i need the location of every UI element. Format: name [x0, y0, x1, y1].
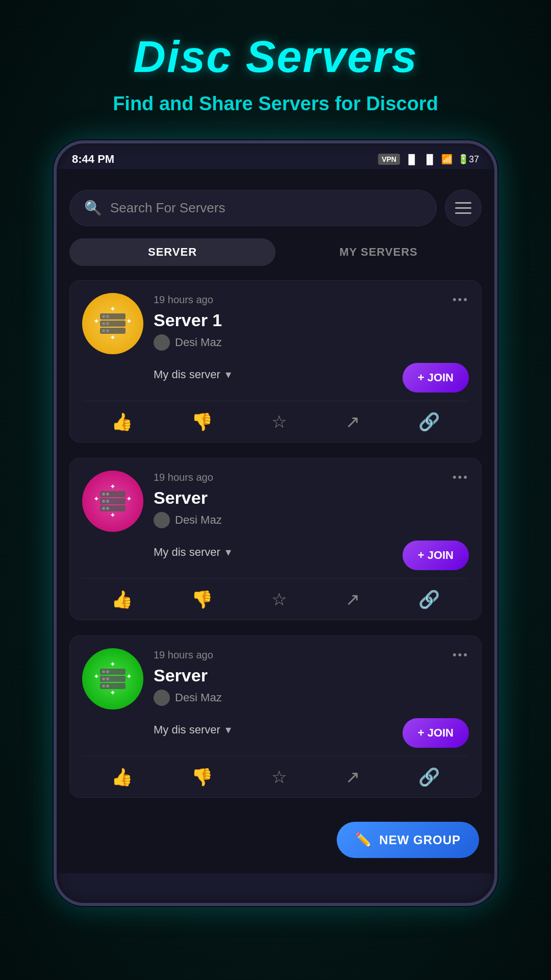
svg-point-8 — [106, 329, 109, 332]
server-name-3: Server — [154, 666, 469, 685]
card-info-3: 19 hours ago ••• Server Desi Maz My dis … — [154, 648, 469, 748]
server-name-2: Server — [154, 488, 469, 508]
card-author-2: Desi Maz — [154, 512, 469, 528]
menu-line-1 — [455, 202, 471, 204]
svg-point-17 — [106, 493, 109, 496]
status-bar: 8:44 PM VPN ▐▌ ▐▌ 📶 🔋37 — [57, 143, 494, 169]
card-actions-3: 👍 👎 ☆ ↗ 🔗 — [82, 756, 469, 797]
join-button-2[interactable]: + JOIN — [403, 541, 469, 570]
server-card-3: ✦ ✦ ✦ ✦ 19 hours ago ••• Server Desi Maz — [69, 635, 482, 798]
server-avatar-2: ✦ ✦ ✦ ✦ — [82, 471, 143, 532]
svg-text:✦: ✦ — [93, 495, 99, 503]
svg-point-3 — [102, 315, 105, 318]
card-top-1: ✦ ✦ ✦ ✦ 19 hours ago ••• Server 1 Desi M… — [82, 293, 469, 393]
svg-text:✦: ✦ — [110, 333, 116, 341]
svg-point-7 — [102, 329, 105, 332]
new-group-label: NEW GROUP — [379, 833, 461, 847]
thumbs-up-icon-2[interactable]: 👍 — [111, 589, 133, 609]
menu-button[interactable] — [445, 189, 482, 226]
svg-text:✦: ✦ — [93, 672, 99, 680]
author-name-3: Desi Maz — [175, 691, 222, 704]
menu-line-3 — [455, 212, 471, 214]
svg-text:✦: ✦ — [126, 317, 132, 325]
server-avatar-3: ✦ ✦ ✦ ✦ — [82, 648, 143, 709]
search-input-wrapper[interactable]: 🔍 Search For Servers — [69, 190, 437, 226]
svg-point-31 — [102, 677, 105, 680]
svg-point-34 — [106, 684, 109, 688]
svg-text:✦: ✦ — [110, 305, 116, 313]
vpn-badge: VPN — [378, 154, 400, 165]
card-dots-1[interactable]: ••• — [453, 293, 469, 306]
author-avatar-1 — [154, 334, 170, 351]
search-icon: 🔍 — [84, 200, 102, 216]
svg-point-32 — [106, 677, 109, 680]
server-card-2: ✦ ✦ ✦ ✦ 19 hours ago ••• Server Desi Maz — [69, 458, 482, 620]
status-time: 8:44 PM — [72, 153, 114, 166]
share-icon-1[interactable]: ↗ — [345, 411, 360, 432]
chevron-down-icon-1[interactable]: ▾ — [226, 368, 231, 381]
card-dots-2[interactable]: ••• — [453, 471, 469, 484]
svg-text:✦: ✦ — [126, 495, 132, 503]
svg-text:✦: ✦ — [110, 660, 116, 668]
card-actions-1: 👍 👎 ☆ ↗ 🔗 — [82, 401, 469, 442]
join-button-3[interactable]: + JOIN — [403, 718, 469, 748]
svg-point-18 — [102, 500, 105, 503]
thumbs-up-icon-1[interactable]: 👍 — [111, 411, 133, 432]
share-icon-2[interactable]: ↗ — [345, 589, 360, 609]
card-desc-row-1: My dis server ▾ — [154, 368, 231, 381]
link-icon-2[interactable]: 🔗 — [418, 589, 440, 609]
card-info-1: 19 hours ago ••• Server 1 Desi Maz My di… — [154, 293, 469, 393]
star-icon-1[interactable]: ☆ — [271, 411, 287, 432]
share-icon-3[interactable]: ↗ — [345, 767, 360, 787]
chevron-down-icon-3[interactable]: ▾ — [226, 723, 231, 737]
link-icon-1[interactable]: 🔗 — [418, 411, 440, 432]
join-button-1[interactable]: + JOIN — [403, 363, 469, 393]
svg-point-21 — [106, 507, 109, 510]
card-desc-2: My dis server — [154, 546, 220, 559]
new-group-button[interactable]: ✏️ NEW GROUP — [337, 822, 479, 858]
svg-point-5 — [102, 322, 105, 325]
thumbs-down-icon-3[interactable]: 👎 — [191, 767, 213, 787]
link-icon-3[interactable]: 🔗 — [418, 767, 440, 787]
thumbs-up-icon-3[interactable]: 👍 — [111, 767, 133, 787]
app-title: Disc Servers — [133, 31, 417, 83]
star-icon-3[interactable]: ☆ — [271, 767, 287, 787]
card-time-3: 19 hours ago — [154, 649, 213, 661]
star-icon-2[interactable]: ☆ — [271, 589, 287, 609]
search-placeholder: Search For Servers — [110, 200, 225, 216]
card-actions-2: 👍 👎 ☆ ↗ 🔗 — [82, 578, 469, 620]
svg-text:✦: ✦ — [93, 317, 99, 325]
card-top-3: ✦ ✦ ✦ ✦ 19 hours ago ••• Server Desi Maz — [82, 648, 469, 748]
card-time-2: 19 hours ago — [154, 472, 213, 483]
tab-my-servers[interactable]: MY SERVERS — [276, 238, 482, 266]
card-top-2: ✦ ✦ ✦ ✦ 19 hours ago ••• Server Desi Maz — [82, 471, 469, 570]
card-info-2: 19 hours ago ••• Server Desi Maz My dis … — [154, 471, 469, 570]
svg-text:✦: ✦ — [126, 672, 132, 680]
server-avatar-1: ✦ ✦ ✦ ✦ — [82, 293, 143, 354]
card-meta-2: 19 hours ago ••• — [154, 471, 469, 484]
phone-content: 🔍 Search For Servers SERVER MY SERVERS — [57, 169, 494, 873]
search-bar: 🔍 Search For Servers — [69, 189, 482, 226]
pencil-icon: ✏️ — [355, 832, 372, 848]
wifi-icon: 📶 — [441, 154, 453, 165]
card-meta-1: 19 hours ago ••• — [154, 293, 469, 306]
svg-point-4 — [106, 315, 109, 318]
status-icons: VPN ▐▌ ▐▌ 📶 🔋37 — [378, 154, 479, 165]
svg-text:✦: ✦ — [110, 482, 116, 491]
thumbs-down-icon-2[interactable]: 👎 — [191, 589, 213, 609]
card-dots-3[interactable]: ••• — [453, 648, 469, 662]
tab-server[interactable]: SERVER — [69, 238, 276, 266]
card-desc-row-3: My dis server ▾ — [154, 723, 231, 737]
author-name-1: Desi Maz — [175, 336, 222, 349]
app-subtitle: Find and Share Servers for Discord — [113, 93, 438, 115]
svg-point-33 — [102, 684, 105, 688]
thumbs-down-icon-1[interactable]: 👎 — [191, 411, 213, 432]
svg-text:✦: ✦ — [110, 689, 116, 697]
card-desc-1: My dis server — [154, 368, 220, 381]
card-author-3: Desi Maz — [154, 690, 469, 706]
author-name-2: Desi Maz — [175, 513, 222, 527]
server-card-1: ✦ ✦ ✦ ✦ 19 hours ago ••• Server 1 Desi M… — [69, 280, 482, 443]
signal-icon: ▐▌ — [405, 154, 418, 165]
server-name-1: Server 1 — [154, 310, 469, 330]
chevron-down-icon-2[interactable]: ▾ — [226, 546, 231, 559]
